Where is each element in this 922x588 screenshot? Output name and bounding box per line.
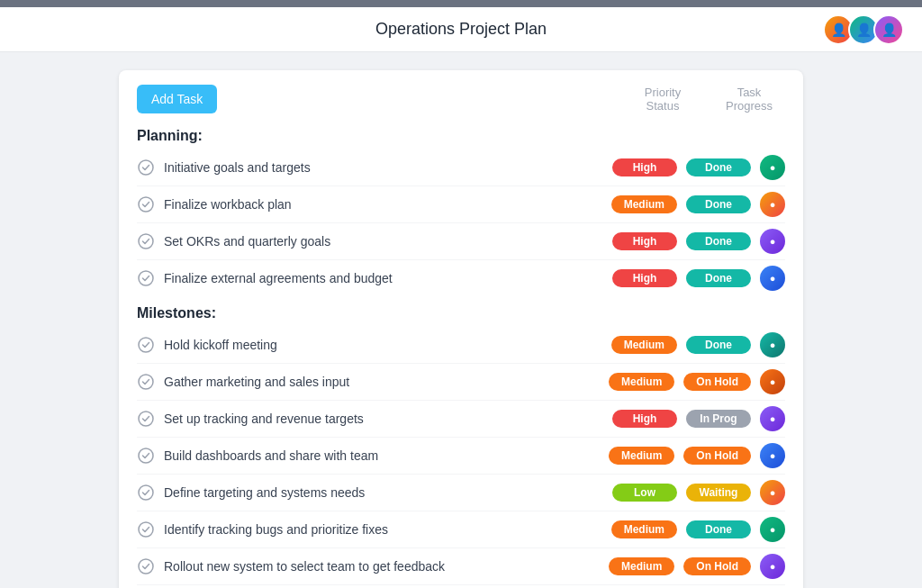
task-row: Define targeting and systems needsLowWai… [137, 475, 785, 511]
task-badges: MediumDone● [611, 332, 785, 357]
check-icon [137, 484, 155, 502]
priority-badge: High [612, 410, 677, 428]
avatar-3: 👤 [873, 14, 904, 45]
task-badges: HighDone● [612, 155, 785, 180]
status-badge: On Hold [683, 373, 751, 391]
section-0: Planning:Initiative goals and targetsHig… [137, 128, 785, 296]
task-row: Set OKRs and quarterly goalsHighDone● [137, 223, 785, 260]
avatar: ● [760, 229, 785, 254]
priority-badge: High [612, 232, 677, 250]
add-task-button[interactable]: Add Task [137, 85, 217, 113]
task-row: Rollout new system to select team to get… [137, 548, 785, 585]
priority-badge: Medium [611, 520, 677, 538]
priority-badge: High [612, 269, 677, 287]
check-icon [137, 195, 155, 213]
check-icon [137, 447, 155, 465]
svg-point-10 [139, 559, 153, 574]
task-row: Identify tracking bugs and prioritize fi… [137, 511, 785, 548]
top-bar [0, 0, 922, 7]
svg-point-9 [139, 522, 153, 537]
task-badges: MediumOn Hold● [609, 369, 785, 394]
task-row: Gather marketing and sales inputMediumOn… [137, 364, 785, 401]
task-name: Set up tracking and revenue targets [164, 412, 612, 426]
task-badges: HighIn Prog● [612, 406, 785, 431]
svg-point-3 [139, 271, 153, 285]
svg-point-4 [139, 338, 153, 352]
task-name: Initiative goals and targets [164, 160, 612, 175]
task-name: Finalize workback plan [164, 197, 611, 212]
priority-badge: High [612, 158, 677, 176]
priority-badge: Low [612, 484, 677, 502]
section-title-0: Planning: [137, 128, 785, 144]
task-name: Hold kickoff meeting [164, 338, 611, 352]
main-content: Add Task Priority Status Task Progress P… [0, 52, 922, 588]
svg-point-6 [139, 412, 153, 426]
status-badge: On Hold [683, 447, 751, 465]
col-header-progress: Task Progress [713, 86, 785, 113]
task-name: Define targeting and systems needs [164, 485, 612, 500]
task-name: Rollout new system to select team to get… [164, 559, 609, 574]
check-icon [137, 410, 155, 428]
task-row: Initiative goals and targetsHighDone● [137, 149, 785, 186]
sections-container: Planning:Initiative goals and targetsHig… [137, 128, 785, 588]
task-row: Finalize external agreements and budgetH… [137, 260, 785, 296]
check-icon [137, 520, 155, 538]
header: Operations Project Plan 👤 👤 👤 [0, 7, 922, 52]
status-badge: Done [686, 158, 751, 176]
task-badges: MediumOn Hold● [609, 443, 785, 468]
avatar: ● [760, 369, 785, 394]
status-badge: Done [686, 232, 751, 250]
priority-badge: Medium [609, 557, 674, 575]
avatar: ● [760, 155, 785, 180]
status-badge: Done [686, 269, 751, 287]
svg-point-1 [139, 197, 153, 212]
priority-badge: Medium [609, 447, 674, 465]
svg-point-5 [139, 375, 153, 389]
status-badge: Done [686, 336, 751, 354]
svg-point-0 [139, 160, 153, 175]
column-headers: Priority Status Task Progress [627, 86, 785, 113]
status-badge: Done [686, 520, 751, 538]
task-row: Hold kickoff meetingMediumDone● [137, 327, 785, 364]
task-row: Set up tracking and revenue targetsHighI… [137, 401, 785, 438]
avatar: ● [760, 554, 785, 579]
avatar: ● [760, 266, 785, 291]
avatar: ● [760, 332, 785, 357]
page-title: Operations Project Plan [375, 20, 547, 39]
header-avatars: 👤 👤 👤 [823, 14, 904, 45]
status-badge: Waiting [686, 484, 751, 502]
task-name: Gather marketing and sales input [164, 375, 609, 389]
task-badges: LowWaiting● [612, 480, 785, 505]
avatar: ● [760, 406, 785, 431]
check-icon [137, 232, 155, 250]
priority-badge: Medium [609, 373, 674, 391]
check-icon [137, 158, 155, 176]
svg-point-2 [139, 234, 153, 249]
task-row: Build dashboards and share with teamMedi… [137, 438, 785, 475]
status-badge: In Prog [686, 410, 751, 428]
check-icon [137, 557, 155, 575]
task-badges: MediumDone● [611, 192, 785, 217]
avatar: ● [760, 192, 785, 217]
section-1: Milestones:Hold kickoff meetingMediumDon… [137, 305, 785, 588]
task-badges: HighDone● [612, 266, 785, 291]
task-name: Finalize external agreements and budget [164, 271, 612, 285]
toolbar: Add Task Priority Status Task Progress [137, 85, 785, 113]
check-icon [137, 269, 155, 287]
project-card: Add Task Priority Status Task Progress P… [119, 70, 803, 588]
status-badge: On Hold [683, 557, 751, 575]
task-row: Finalize workback planMediumDone● [137, 186, 785, 223]
avatar: ● [760, 443, 785, 468]
status-badge: Done [686, 195, 751, 213]
priority-badge: Medium [611, 195, 677, 213]
check-icon [137, 336, 155, 354]
avatar: ● [760, 517, 785, 542]
task-name: Build dashboards and share with team [164, 448, 609, 463]
task-badges: MediumOn Hold● [609, 554, 785, 579]
task-badges: MediumDone● [611, 517, 785, 542]
task-badges: HighDone● [612, 229, 785, 254]
svg-point-7 [139, 448, 153, 463]
col-header-priority: Priority Status [627, 86, 699, 113]
avatar: ● [760, 480, 785, 505]
priority-badge: Medium [611, 336, 677, 354]
